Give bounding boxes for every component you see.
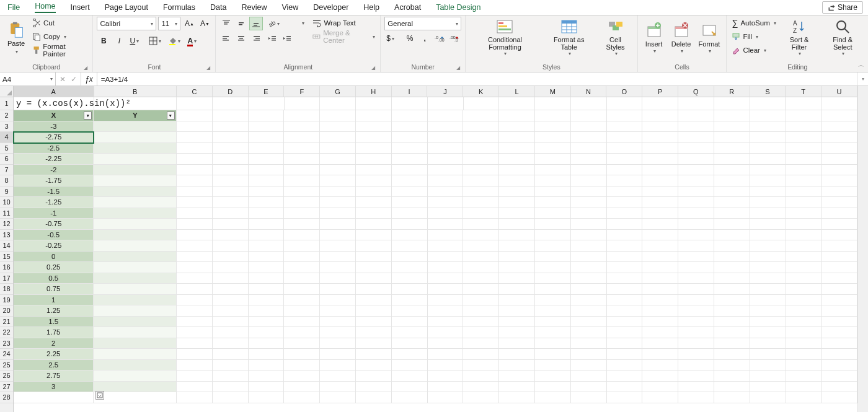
cell-L9[interactable] — [499, 186, 535, 198]
cell-C3[interactable] — [177, 121, 213, 133]
cell-R19[interactable] — [714, 295, 750, 306]
cell-F6[interactable] — [284, 154, 320, 165]
cell-U28[interactable] — [822, 392, 857, 403]
font-name-combo[interactable]: Calibri▾ — [97, 17, 156, 30]
cell-S19[interactable] — [750, 295, 786, 306]
filter-B[interactable]: ▾ — [167, 112, 175, 120]
underline-button[interactable]: U▾ — [128, 34, 145, 48]
format-cells-button[interactable]: Format▾ — [696, 17, 723, 58]
cell-C2[interactable] — [177, 110, 213, 121]
cell-Q20[interactable] — [678, 305, 714, 317]
cell-F8[interactable] — [284, 175, 320, 186]
cell-C24[interactable] — [177, 349, 213, 360]
cell-C11[interactable] — [177, 208, 213, 219]
cell-T8[interactable] — [786, 175, 822, 186]
cell-L12[interactable] — [499, 219, 535, 230]
cell-N8[interactable] — [571, 175, 607, 186]
cell-F13[interactable] — [284, 230, 320, 241]
cell-D3[interactable] — [213, 121, 249, 133]
cell-D21[interactable] — [213, 317, 249, 328]
cell-P19[interactable] — [642, 295, 678, 306]
cell-G2[interactable] — [320, 110, 356, 121]
cell-P8[interactable] — [642, 175, 678, 186]
cell-Q8[interactable] — [678, 175, 714, 186]
cell-E5[interactable] — [249, 143, 285, 154]
tab-insert[interactable]: Insert — [63, 1, 97, 14]
cell-D13[interactable] — [213, 230, 249, 241]
cell-K4[interactable] — [463, 132, 499, 143]
cell-E12[interactable] — [249, 219, 285, 230]
cell-H2[interactable] — [356, 110, 392, 121]
cell-Q18[interactable] — [678, 284, 714, 295]
cell-T19[interactable] — [786, 295, 822, 306]
row-header-1[interactable]: 1 — [0, 97, 13, 110]
cell-S3[interactable] — [750, 121, 786, 133]
cell-Q19[interactable] — [678, 295, 714, 306]
cell-A13[interactable]: -0.5 — [14, 230, 94, 241]
cell-K15[interactable] — [463, 252, 499, 263]
cell-G9[interactable] — [320, 186, 356, 198]
cell-P4[interactable] — [642, 132, 678, 143]
cell-N27[interactable] — [571, 382, 607, 393]
cell-I12[interactable] — [392, 219, 428, 230]
cell-T16[interactable] — [786, 262, 822, 273]
cell-A4[interactable]: -2.75 — [14, 132, 94, 143]
cell-B6[interactable] — [94, 154, 176, 165]
cell-L16[interactable] — [499, 262, 535, 273]
cell-L28[interactable] — [499, 392, 535, 403]
cell-U15[interactable] — [822, 252, 857, 263]
cell-E11[interactable] — [249, 208, 285, 219]
cell-E19[interactable] — [249, 295, 285, 306]
cell-T27[interactable] — [786, 382, 822, 393]
clipboard-launcher[interactable]: ◢ — [84, 65, 87, 71]
cell-R12[interactable] — [714, 219, 750, 230]
cell-E22[interactable] — [249, 327, 285, 338]
cell-A14[interactable]: -0.25 — [14, 240, 94, 252]
number-launcher[interactable]: ◢ — [456, 65, 460, 71]
row-header-10[interactable]: 10 — [0, 197, 13, 208]
tab-data[interactable]: Data — [203, 1, 234, 14]
cell-C7[interactable] — [177, 165, 213, 176]
cell-L7[interactable] — [499, 165, 535, 176]
cell-N5[interactable] — [571, 143, 607, 154]
cell-G20[interactable] — [320, 305, 356, 317]
cell-C17[interactable] — [177, 273, 213, 284]
cell-J15[interactable] — [428, 252, 464, 263]
cell-N20[interactable] — [571, 305, 607, 317]
cell-I15[interactable] — [392, 252, 428, 263]
cell-T13[interactable] — [786, 230, 822, 241]
cell-U16[interactable] — [822, 262, 857, 273]
cell-L17[interactable] — [499, 273, 535, 284]
cell-M5[interactable] — [535, 143, 571, 154]
cell-A10[interactable]: -1.25 — [14, 197, 94, 208]
cell-S7[interactable] — [750, 165, 786, 176]
cell-A12[interactable]: -0.75 — [14, 219, 94, 230]
cell-T2[interactable] — [786, 110, 822, 121]
cell-E7[interactable] — [249, 165, 285, 176]
cell-F4[interactable] — [284, 132, 320, 143]
cell-T3[interactable] — [786, 121, 822, 133]
cell-E18[interactable] — [249, 284, 285, 295]
cell-T4[interactable] — [786, 132, 822, 143]
cell-L4[interactable] — [499, 132, 535, 143]
cell-H7[interactable] — [356, 165, 392, 176]
cell-J6[interactable] — [428, 154, 464, 165]
cell-T25[interactable] — [786, 360, 822, 371]
cell-E4[interactable] — [249, 132, 285, 143]
cell-P13[interactable] — [642, 230, 678, 241]
cell-H1[interactable] — [356, 97, 392, 110]
cell-H25[interactable] — [356, 360, 392, 371]
cell-F2[interactable] — [284, 110, 320, 121]
cell-O2[interactable] — [607, 110, 643, 121]
formula-input[interactable]: =A3+1/4 — [97, 72, 857, 85]
cell-H21[interactable] — [356, 317, 392, 328]
cell-R3[interactable] — [714, 121, 750, 133]
align-top-button[interactable] — [219, 17, 233, 30]
cell-M24[interactable] — [535, 349, 571, 360]
cell-N28[interactable] — [571, 392, 607, 403]
cell-F24[interactable] — [284, 349, 320, 360]
cell-Q27[interactable] — [678, 382, 714, 393]
cell-B28[interactable] — [94, 392, 176, 403]
cell-K9[interactable] — [463, 186, 499, 198]
cell-M7[interactable] — [535, 165, 571, 176]
